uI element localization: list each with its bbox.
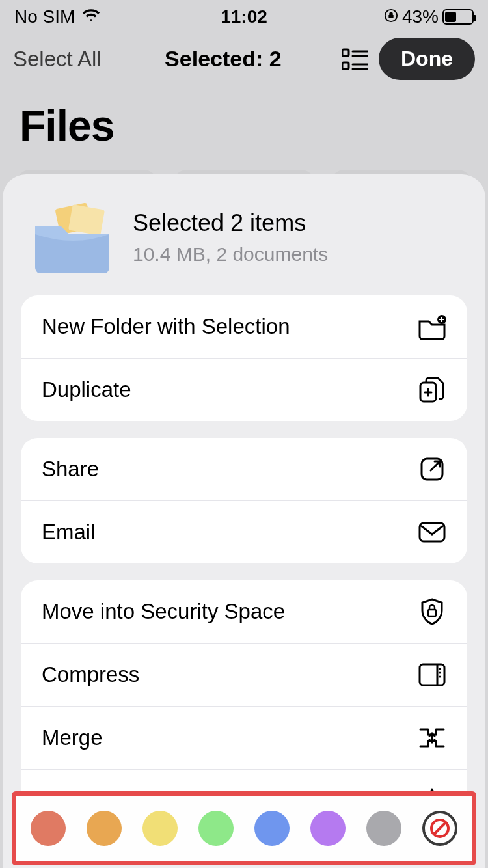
action-group-2: Share Email bbox=[21, 438, 467, 563]
selection-summary: Selected 2 items 10.4 MB, 2 documents bbox=[3, 190, 485, 295]
svg-rect-8 bbox=[68, 204, 105, 236]
duplicate-button[interactable]: Duplicate bbox=[21, 358, 467, 421]
email-button[interactable]: Email bbox=[21, 500, 467, 563]
mail-icon bbox=[418, 518, 446, 547]
svg-line-20 bbox=[434, 822, 446, 834]
no-entry-icon bbox=[429, 817, 451, 839]
tag-purple[interactable] bbox=[310, 811, 346, 846]
action-label: Share bbox=[42, 457, 99, 481]
action-sheet: Selected 2 items 10.4 MB, 2 documents Ne… bbox=[3, 174, 485, 868]
compress-button[interactable]: Compress bbox=[21, 643, 467, 706]
tag-yellow[interactable] bbox=[142, 811, 178, 846]
action-label: Compress bbox=[42, 662, 139, 687]
color-tag-bar bbox=[12, 791, 476, 865]
status-bar: No SIM 11:02 43% bbox=[0, 0, 488, 31]
nav-bar: Select All Selected: 2 Done bbox=[0, 31, 488, 89]
carrier-text: No SIM bbox=[14, 7, 75, 27]
selection-count: Selected: 2 bbox=[115, 46, 332, 72]
select-all-button[interactable]: Select All bbox=[13, 47, 102, 72]
tag-clear-button[interactable] bbox=[422, 811, 457, 846]
folder-documents-icon bbox=[30, 202, 115, 273]
merge-icon bbox=[418, 724, 446, 752]
action-label: Merge bbox=[42, 726, 103, 750]
move-security-space-button[interactable]: Move into Security Space bbox=[21, 580, 467, 643]
svg-rect-13 bbox=[428, 610, 436, 616]
action-label: Duplicate bbox=[42, 377, 131, 402]
svg-rect-12 bbox=[420, 523, 444, 541]
selection-subtitle: 10.4 MB, 2 documents bbox=[133, 243, 328, 265]
svg-rect-14 bbox=[420, 664, 444, 685]
action-group-1: New Folder with Selection Duplicate bbox=[21, 295, 467, 421]
done-button[interactable]: Done bbox=[379, 38, 475, 80]
svg-point-17 bbox=[439, 672, 441, 674]
action-label: New Folder with Selection bbox=[42, 314, 290, 339]
tag-orange[interactable] bbox=[87, 811, 122, 846]
action-label: Email bbox=[42, 520, 96, 545]
folder-plus-icon bbox=[418, 312, 446, 341]
action-label: Move into Security Space bbox=[42, 599, 285, 624]
svg-point-18 bbox=[439, 676, 441, 678]
orientation-lock-icon bbox=[384, 7, 398, 27]
tag-red[interactable] bbox=[31, 811, 66, 846]
list-grid-icon bbox=[342, 48, 368, 70]
new-folder-with-selection-button[interactable]: New Folder with Selection bbox=[21, 295, 467, 358]
duplicate-icon bbox=[418, 375, 446, 404]
page-title: Files bbox=[0, 89, 488, 170]
selection-title: Selected 2 items bbox=[133, 210, 328, 237]
shield-lock-icon bbox=[418, 597, 446, 626]
svg-point-16 bbox=[439, 668, 441, 670]
tag-green[interactable] bbox=[198, 811, 234, 846]
tag-gray[interactable] bbox=[366, 811, 401, 846]
share-icon bbox=[418, 455, 446, 483]
svg-rect-1 bbox=[342, 49, 349, 56]
battery-pct: 43% bbox=[402, 7, 439, 27]
battery-icon bbox=[442, 9, 474, 25]
merge-button[interactable]: Merge bbox=[21, 706, 467, 769]
view-toggle-button[interactable] bbox=[341, 46, 370, 72]
svg-rect-2 bbox=[342, 62, 349, 69]
share-button[interactable]: Share bbox=[21, 438, 467, 500]
wifi-icon bbox=[81, 7, 101, 27]
tag-blue[interactable] bbox=[254, 811, 290, 846]
clock: 11:02 bbox=[221, 7, 267, 27]
archive-icon bbox=[418, 660, 446, 689]
